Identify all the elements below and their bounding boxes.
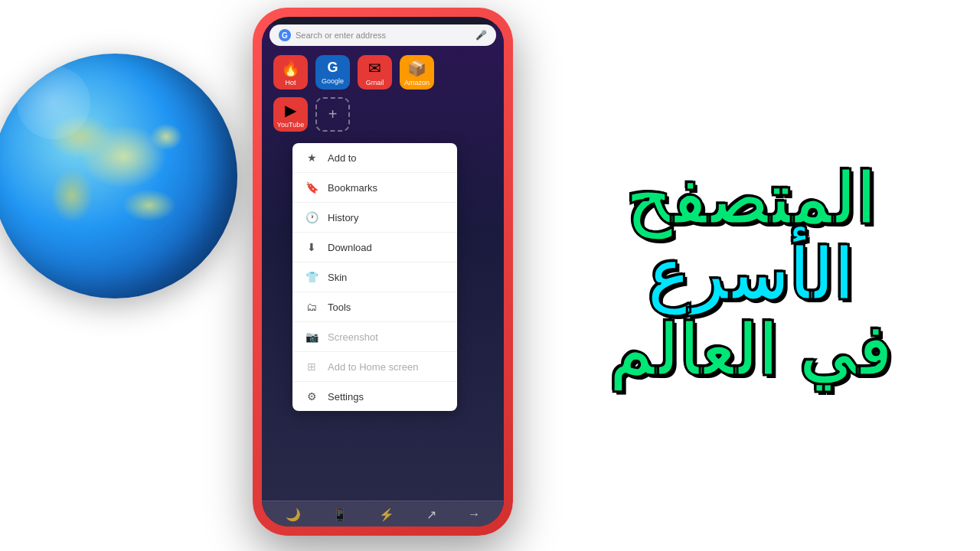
google-icon: G: [279, 29, 291, 41]
phone-frame: G Search or enter address 🎤 🔥 Hot G Goog…: [253, 8, 513, 536]
skin-icon: 👕: [305, 270, 318, 284]
menu-label-settings: Settings: [328, 391, 364, 403]
app-label-amazon: Amazon: [404, 79, 430, 86]
app-icon-hot[interactable]: 🔥 Hot: [273, 55, 308, 90]
menu-label-tools: Tools: [328, 302, 351, 313]
toolbar-moon-icon[interactable]: 🌙: [286, 507, 301, 522]
menu-label-history: History: [328, 212, 358, 223]
bookmark-icon: 🔖: [305, 181, 318, 194]
app-icon-amazon[interactable]: 📦 Amazon: [400, 55, 434, 90]
address-input[interactable]: Search or enter address: [296, 31, 471, 40]
history-icon: 🕐: [305, 210, 318, 224]
settings-icon: ⚙: [305, 390, 318, 403]
bottom-toolbar: 🌙 📱 ⚡ ↗ →: [262, 500, 504, 527]
menu-item-settings[interactable]: ⚙ Settings: [292, 382, 457, 411]
menu-item-screenshot[interactable]: 📷 Screenshot: [292, 322, 457, 352]
microphone-icon[interactable]: 🎤: [475, 30, 487, 41]
menu-item-skin[interactable]: 👕 Skin: [292, 262, 457, 292]
address-bar[interactable]: G Search or enter address 🎤: [270, 24, 496, 46]
app-icon-gmail[interactable]: ✉ Gmail: [358, 55, 392, 90]
add-app-button[interactable]: +: [315, 97, 350, 132]
menu-item-bookmarks[interactable]: 🔖 Bookmarks: [292, 173, 457, 203]
star-icon: ★: [305, 151, 318, 165]
menu-item-download[interactable]: ⬇ Download: [292, 233, 457, 262]
app-icons-row-2: ▶ YouTube +: [262, 93, 504, 135]
home-screen-icon: ⊞: [305, 360, 318, 373]
screenshot-icon: 📷: [305, 330, 318, 344]
globe-graphic: [0, 54, 237, 298]
app-label-hot: Hot: [285, 79, 296, 86]
toolbar-share-icon[interactable]: ↗: [426, 507, 436, 522]
arabic-line-2: الأسرع: [647, 238, 854, 314]
app-label-youtube: YouTube: [277, 121, 304, 129]
app-icon-youtube[interactable]: ▶ YouTube: [273, 97, 308, 132]
menu-label-bookmarks: Bookmarks: [328, 182, 377, 194]
download-icon: ⬇: [305, 240, 318, 254]
arabic-text-area: المتصفح الأسرع في العالم: [521, 0, 980, 551]
menu-item-add-home[interactable]: ⊞ Add to Home screen: [292, 352, 457, 382]
toolbar-tablet-icon[interactable]: 📱: [332, 507, 348, 522]
app-icons-row-1: 🔥 Hot G Google ✉ Gmail 📦 Amazon: [262, 46, 504, 93]
arabic-line-1: المتصفح: [626, 162, 876, 238]
phone-container: G Search or enter address 🎤 🔥 Hot G Goog…: [253, 8, 521, 543]
globe-container: [0, 23, 260, 344]
tools-icon: 🗂: [305, 300, 318, 314]
menu-label-add-to: Add to: [328, 152, 357, 164]
toolbar-lightning-icon[interactable]: ⚡: [379, 507, 394, 522]
app-label-google: Google: [322, 77, 344, 85]
browser-screen: G Search or enter address 🎤 🔥 Hot G Goog…: [262, 24, 504, 527]
toolbar-exit-icon[interactable]: →: [468, 507, 480, 522]
menu-label-add-home: Add to Home screen: [328, 361, 419, 373]
phone-screen: G Search or enter address 🎤 🔥 Hot G Goog…: [262, 17, 504, 527]
app-icon-google[interactable]: G Google: [315, 55, 350, 90]
arabic-line-3: في العالم: [609, 314, 892, 390]
menu-label-skin: Skin: [328, 272, 347, 283]
menu-item-add-to[interactable]: ★ Add to: [292, 143, 457, 173]
menu-label-screenshot: Screenshot: [328, 331, 378, 343]
menu-label-download: Download: [328, 242, 372, 253]
app-label-gmail: Gmail: [366, 79, 384, 86]
context-menu: ★ Add to 🔖 Bookmarks 🕐 History ⬇ Downloa…: [292, 143, 457, 411]
menu-item-tools[interactable]: 🗂 Tools: [292, 292, 457, 322]
menu-item-history[interactable]: 🕐 History: [292, 203, 457, 233]
